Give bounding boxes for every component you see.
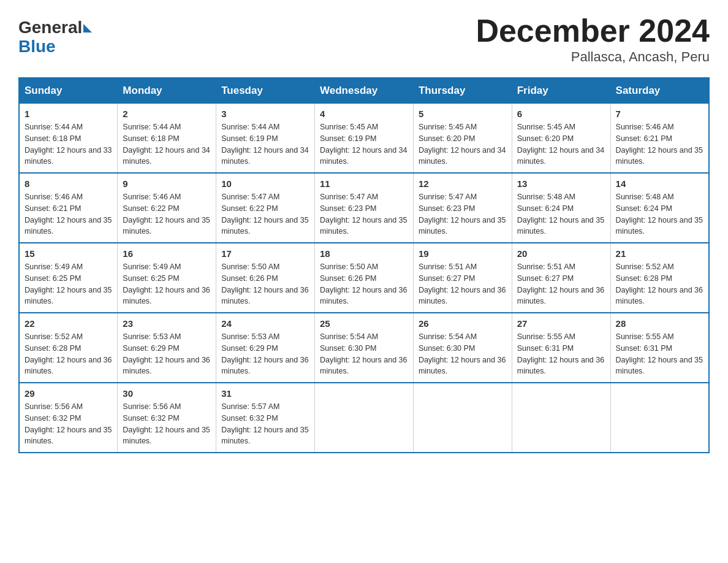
col-tuesday: Tuesday (216, 78, 315, 104)
day-number: 11 (320, 178, 408, 189)
day-info: Sunrise: 5:47 AMSunset: 6:23 PMDaylight:… (320, 191, 408, 237)
day-number: 16 (123, 248, 211, 259)
day-number: 9 (123, 178, 211, 189)
day-info: Sunrise: 5:46 AMSunset: 6:21 PMDaylight:… (25, 191, 112, 237)
col-saturday: Saturday (610, 78, 709, 104)
calendar-day-cell: 5 Sunrise: 5:45 AMSunset: 6:20 PMDayligh… (413, 104, 512, 174)
day-number: 21 (616, 248, 703, 259)
day-info: Sunrise: 5:57 AMSunset: 6:32 PMDaylight:… (221, 401, 309, 447)
calendar-day-cell: 26 Sunrise: 5:54 AMSunset: 6:30 PMDaylig… (413, 313, 512, 383)
calendar-day-cell: 19 Sunrise: 5:51 AMSunset: 6:27 PMDaylig… (413, 243, 512, 313)
calendar-day-cell: 11 Sunrise: 5:47 AMSunset: 6:23 PMDaylig… (315, 173, 414, 243)
day-info: Sunrise: 5:46 AMSunset: 6:22 PMDaylight:… (123, 191, 211, 237)
day-info: Sunrise: 5:50 AMSunset: 6:26 PMDaylight:… (221, 261, 309, 307)
calendar-day-cell (512, 383, 610, 453)
day-info: Sunrise: 5:54 AMSunset: 6:30 PMDaylight:… (419, 331, 507, 377)
calendar-day-cell: 29 Sunrise: 5:56 AMSunset: 6:32 PMDaylig… (19, 383, 118, 453)
col-thursday: Thursday (413, 78, 512, 104)
day-number: 27 (517, 318, 605, 329)
calendar-day-cell: 20 Sunrise: 5:51 AMSunset: 6:27 PMDaylig… (512, 243, 610, 313)
day-info: Sunrise: 5:45 AMSunset: 6:20 PMDaylight:… (517, 121, 605, 167)
col-monday: Monday (118, 78, 216, 104)
calendar-table: Sunday Monday Tuesday Wednesday Thursday… (18, 77, 710, 453)
calendar-day-cell: 9 Sunrise: 5:46 AMSunset: 6:22 PMDayligh… (118, 173, 216, 243)
calendar-day-cell: 25 Sunrise: 5:54 AMSunset: 6:30 PMDaylig… (315, 313, 414, 383)
calendar-day-cell: 6 Sunrise: 5:45 AMSunset: 6:20 PMDayligh… (512, 104, 610, 174)
calendar-day-cell: 8 Sunrise: 5:46 AMSunset: 6:21 PMDayligh… (19, 173, 118, 243)
day-number: 28 (616, 318, 703, 329)
day-number: 3 (221, 109, 309, 119)
calendar-day-cell: 23 Sunrise: 5:53 AMSunset: 6:29 PMDaylig… (118, 313, 216, 383)
day-number: 25 (320, 318, 408, 329)
days-of-week-row: Sunday Monday Tuesday Wednesday Thursday… (19, 78, 709, 104)
calendar-day-cell: 16 Sunrise: 5:49 AMSunset: 6:25 PMDaylig… (118, 243, 216, 313)
calendar-subtitle: Pallasca, Ancash, Peru (476, 49, 710, 65)
logo-general-text: General (18, 18, 82, 37)
title-block: December 2024 Pallasca, Ancash, Peru (476, 12, 710, 65)
page-header: General Blue December 2024 Pallasca, Anc… (18, 12, 710, 65)
calendar-header: Sunday Monday Tuesday Wednesday Thursday… (19, 78, 709, 104)
calendar-week-row: 22 Sunrise: 5:52 AMSunset: 6:28 PMDaylig… (19, 313, 709, 383)
calendar-day-cell: 3 Sunrise: 5:44 AMSunset: 6:19 PMDayligh… (216, 104, 315, 174)
day-number: 18 (320, 248, 408, 259)
logo: General Blue (18, 18, 92, 56)
calendar-day-cell: 13 Sunrise: 5:48 AMSunset: 6:24 PMDaylig… (512, 173, 610, 243)
day-number: 30 (123, 388, 211, 399)
day-info: Sunrise: 5:52 AMSunset: 6:28 PMDaylight:… (616, 261, 703, 307)
calendar-day-cell: 4 Sunrise: 5:45 AMSunset: 6:19 PMDayligh… (315, 104, 414, 174)
day-number: 19 (419, 248, 507, 259)
day-info: Sunrise: 5:48 AMSunset: 6:24 PMDaylight:… (517, 191, 605, 237)
day-info: Sunrise: 5:52 AMSunset: 6:28 PMDaylight:… (25, 331, 112, 377)
calendar-week-row: 1 Sunrise: 5:44 AMSunset: 6:18 PMDayligh… (19, 104, 709, 174)
day-info: Sunrise: 5:53 AMSunset: 6:29 PMDaylight:… (221, 331, 309, 377)
day-info: Sunrise: 5:44 AMSunset: 6:19 PMDaylight:… (221, 121, 309, 167)
calendar-day-cell: 30 Sunrise: 5:56 AMSunset: 6:32 PMDaylig… (118, 383, 216, 453)
calendar-week-row: 29 Sunrise: 5:56 AMSunset: 6:32 PMDaylig… (19, 383, 709, 453)
day-info: Sunrise: 5:45 AMSunset: 6:19 PMDaylight:… (320, 121, 408, 167)
calendar-day-cell: 14 Sunrise: 5:48 AMSunset: 6:24 PMDaylig… (610, 173, 709, 243)
day-number: 24 (221, 318, 309, 329)
calendar-day-cell (610, 383, 709, 453)
day-number: 14 (616, 178, 703, 189)
day-number: 4 (320, 109, 408, 119)
day-number: 26 (419, 318, 507, 329)
calendar-day-cell: 18 Sunrise: 5:50 AMSunset: 6:26 PMDaylig… (315, 243, 414, 313)
day-number: 22 (25, 318, 112, 329)
calendar-day-cell: 21 Sunrise: 5:52 AMSunset: 6:28 PMDaylig… (610, 243, 709, 313)
logo-blue-text: Blue (18, 37, 92, 56)
day-number: 7 (616, 109, 703, 119)
calendar-day-cell: 17 Sunrise: 5:50 AMSunset: 6:26 PMDaylig… (216, 243, 315, 313)
day-info: Sunrise: 5:49 AMSunset: 6:25 PMDaylight:… (123, 261, 211, 307)
day-number: 6 (517, 109, 605, 119)
calendar-day-cell: 24 Sunrise: 5:53 AMSunset: 6:29 PMDaylig… (216, 313, 315, 383)
day-info: Sunrise: 5:47 AMSunset: 6:23 PMDaylight:… (419, 191, 507, 237)
day-info: Sunrise: 5:44 AMSunset: 6:18 PMDaylight:… (25, 121, 112, 167)
col-sunday: Sunday (19, 78, 118, 104)
day-number: 31 (221, 388, 309, 399)
calendar-day-cell: 1 Sunrise: 5:44 AMSunset: 6:18 PMDayligh… (19, 104, 118, 174)
day-info: Sunrise: 5:56 AMSunset: 6:32 PMDaylight:… (25, 401, 112, 447)
day-number: 1 (25, 109, 112, 119)
calendar-week-row: 8 Sunrise: 5:46 AMSunset: 6:21 PMDayligh… (19, 173, 709, 243)
day-number: 8 (25, 178, 112, 189)
logo-triangle-icon (83, 24, 92, 33)
day-info: Sunrise: 5:56 AMSunset: 6:32 PMDaylight:… (123, 401, 211, 447)
day-number: 23 (123, 318, 211, 329)
calendar-day-cell: 12 Sunrise: 5:47 AMSunset: 6:23 PMDaylig… (413, 173, 512, 243)
day-info: Sunrise: 5:51 AMSunset: 6:27 PMDaylight:… (419, 261, 507, 307)
calendar-week-row: 15 Sunrise: 5:49 AMSunset: 6:25 PMDaylig… (19, 243, 709, 313)
calendar-day-cell: 31 Sunrise: 5:57 AMSunset: 6:32 PMDaylig… (216, 383, 315, 453)
calendar-day-cell: 22 Sunrise: 5:52 AMSunset: 6:28 PMDaylig… (19, 313, 118, 383)
day-info: Sunrise: 5:50 AMSunset: 6:26 PMDaylight:… (320, 261, 408, 307)
day-info: Sunrise: 5:51 AMSunset: 6:27 PMDaylight:… (517, 261, 605, 307)
day-info: Sunrise: 5:55 AMSunset: 6:31 PMDaylight:… (616, 331, 703, 377)
day-number: 29 (25, 388, 112, 399)
col-friday: Friday (512, 78, 610, 104)
calendar-title: December 2024 (476, 12, 710, 49)
calendar-day-cell: 27 Sunrise: 5:55 AMSunset: 6:31 PMDaylig… (512, 313, 610, 383)
day-info: Sunrise: 5:48 AMSunset: 6:24 PMDaylight:… (616, 191, 703, 237)
calendar-day-cell: 28 Sunrise: 5:55 AMSunset: 6:31 PMDaylig… (610, 313, 709, 383)
calendar-day-cell: 10 Sunrise: 5:47 AMSunset: 6:22 PMDaylig… (216, 173, 315, 243)
calendar-body: 1 Sunrise: 5:44 AMSunset: 6:18 PMDayligh… (19, 104, 709, 453)
day-info: Sunrise: 5:46 AMSunset: 6:21 PMDaylight:… (616, 121, 703, 167)
